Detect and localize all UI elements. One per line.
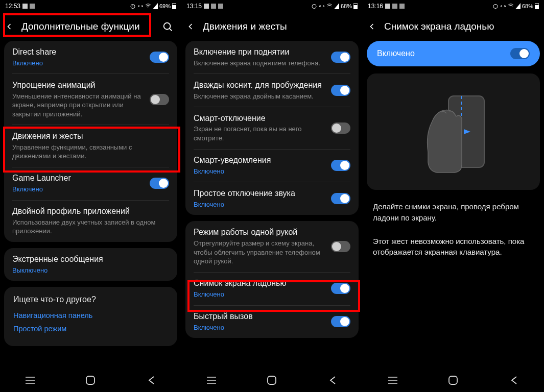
nav-bar <box>181 369 363 392</box>
row-sub: Выключено <box>12 266 164 275</box>
page-title: Снимок экрана ладонью <box>384 21 540 32</box>
row-double-tap-wake[interactable]: Дважды коснит. для пробуждения Включение… <box>185 74 359 107</box>
svg-line-7 <box>170 29 172 31</box>
battery-icon <box>172 3 176 9</box>
alarm-icon <box>130 3 136 9</box>
nav-recents[interactable] <box>386 374 399 387</box>
row-sub: Включено <box>194 290 326 299</box>
link-nav-bar[interactable]: Навигационная панель <box>13 311 168 320</box>
vibrate-icon <box>137 3 144 9</box>
row-title: Движения и жесты <box>12 131 164 142</box>
app-icon <box>204 4 209 9</box>
nav-home[interactable] <box>84 374 97 387</box>
app-icon <box>211 4 216 9</box>
nav-back[interactable] <box>145 374 158 387</box>
settings-card: Direct share Включено Упрощение анимаций… <box>4 41 177 242</box>
toggle-master[interactable] <box>510 48 530 59</box>
nav-recents[interactable] <box>23 374 37 387</box>
toggle-smart-stay[interactable] <box>331 122 350 134</box>
toggle-reduce-animations[interactable] <box>150 94 169 105</box>
svg-rect-12 <box>204 4 209 9</box>
wifi-icon <box>145 3 151 9</box>
row-sos-messages[interactable]: Экстренные сообщения Выключено <box>4 248 177 281</box>
page-title: Движения и жесты <box>203 21 359 32</box>
status-bar: 12:53 69% <box>0 0 181 12</box>
row-title: Game Launcher <box>12 173 145 184</box>
wifi-icon <box>326 3 333 9</box>
toggle-one-handed[interactable] <box>331 241 350 252</box>
row-title: Быстрый вызов <box>194 311 326 322</box>
row-easy-mute[interactable]: Простое отключение звука Включено <box>185 182 359 215</box>
row-sub: Включение экрана двойным касанием. <box>194 92 326 101</box>
row-game-launcher[interactable]: Game Launcher Включено <box>4 167 177 200</box>
row-title: Direct share <box>12 47 145 58</box>
back-button[interactable] <box>4 21 14 32</box>
row-sub: Управление функциями, связанными с движе… <box>12 143 164 161</box>
nav-back[interactable] <box>507 374 521 387</box>
toggle-easy-mute[interactable] <box>331 193 350 204</box>
row-direct-share[interactable]: Direct share Включено <box>4 41 177 74</box>
toggle-palm-swipe[interactable] <box>331 283 350 294</box>
row-direct-call[interactable]: Быстрый вызов Включено <box>185 305 359 338</box>
toggle-direct-call[interactable] <box>331 316 350 327</box>
app-icon <box>392 4 397 9</box>
row-title: Включение при поднятии <box>194 47 326 58</box>
row-palm-swipe[interactable]: Снимок экрана ладонью Включено <box>185 272 359 305</box>
svg-rect-22 <box>385 4 390 9</box>
row-sub: Включено <box>194 323 326 332</box>
svg-point-25 <box>493 5 498 9</box>
row-reduce-animations[interactable]: Упрощение анимаций Уменьшение интенсивно… <box>4 74 177 125</box>
row-motions-gestures[interactable]: Движения и жесты Управление функциями, с… <box>4 125 177 167</box>
content: Включение при поднятии Включение экрана … <box>181 41 363 369</box>
battery-text: 69% <box>159 3 171 9</box>
nav-home[interactable] <box>446 374 460 387</box>
phone-screen-1: 12:53 69% Дополнительные функции Direct … <box>0 0 181 392</box>
row-title: Режим работы одной рукой <box>194 227 326 238</box>
nav-home[interactable] <box>265 374 278 387</box>
toggle-game-launcher[interactable] <box>150 178 169 189</box>
toggle-double-tap-wake[interactable] <box>331 85 350 96</box>
toggle-direct-share[interactable] <box>150 52 169 63</box>
chevron-left-icon <box>367 21 377 32</box>
app-icon <box>22 4 28 9</box>
row-one-handed[interactable]: Режим работы одной рукой Отрегулируйте р… <box>185 221 359 272</box>
toggle-lift-to-wake[interactable] <box>331 52 350 63</box>
svg-rect-17 <box>353 5 358 9</box>
page-title: Дополнительные функции <box>21 21 155 32</box>
row-title: Двойной профиль приложений <box>12 206 164 217</box>
row-sub: Включение экрана поднятием телефона. <box>194 59 326 68</box>
toggle-smart-alert[interactable] <box>331 160 350 171</box>
app-icon <box>399 4 405 9</box>
chevron-left-icon <box>185 21 196 32</box>
svg-rect-11 <box>86 376 94 384</box>
signal-icon <box>153 3 158 9</box>
description-1: Делайте снимки экрана, проводя ребром ла… <box>367 201 540 224</box>
row-smart-alert[interactable]: Смарт-уведомления Включено <box>185 149 359 182</box>
back-button[interactable] <box>367 21 377 32</box>
more-question: Ищете что-то другое? <box>13 295 168 304</box>
search-icon <box>162 21 173 32</box>
row-sub: Экран не погаснет, пока вы на него смотр… <box>194 125 326 142</box>
more-card: Ищете что-то другое? Навигационная панел… <box>4 287 177 346</box>
svg-rect-14 <box>218 4 223 9</box>
link-easy-mode[interactable]: Простой режим <box>13 325 168 333</box>
row-dual-messenger[interactable]: Двойной профиль приложений Использование… <box>4 200 177 242</box>
search-button[interactable] <box>162 21 173 32</box>
row-title: Снимок экрана ладонью <box>194 278 326 289</box>
row-lift-to-wake[interactable]: Включение при поднятии Включение экрана … <box>185 41 359 74</box>
svg-rect-24 <box>399 4 405 9</box>
back-button[interactable] <box>185 21 196 32</box>
settings-card: Режим работы одной рукой Отрегулируйте р… <box>185 221 359 338</box>
settings-card: Экстренные сообщения Выключено <box>4 248 177 281</box>
row-sub: Включено <box>194 167 326 176</box>
svg-rect-21 <box>268 376 276 384</box>
nav-recents[interactable] <box>205 374 218 387</box>
row-sub: Включено <box>12 59 145 68</box>
description-2: Этот жест невозможно использовать, пока … <box>367 236 540 258</box>
wifi-icon <box>508 3 514 9</box>
master-toggle-banner[interactable]: Включено <box>367 41 540 66</box>
app-icon <box>385 4 390 9</box>
row-smart-stay[interactable]: Смарт-отключение Экран не погаснет, пока… <box>185 107 359 149</box>
nav-back[interactable] <box>326 374 339 387</box>
svg-rect-0 <box>22 4 28 9</box>
